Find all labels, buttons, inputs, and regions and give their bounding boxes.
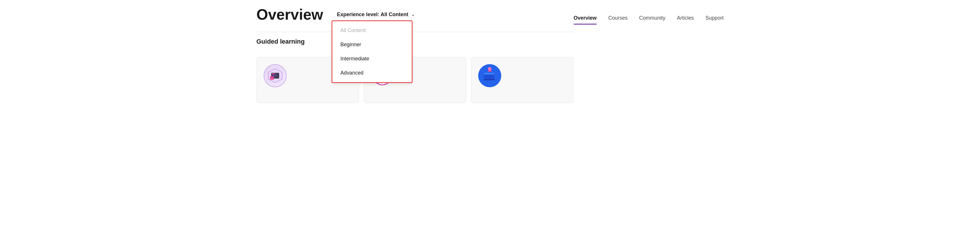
guided-learning-label: Guided learning [256, 38, 305, 45]
nav-courses[interactable]: Courses [608, 13, 628, 23]
top-navigation: Overview Courses Community Articles Supp… [574, 6, 724, 23]
chevron-down-icon: ⌄ [411, 12, 415, 17]
learning-card-3[interactable] [471, 57, 574, 103]
cards-container [256, 57, 574, 103]
dropdown-option-beginner[interactable]: Beginner [332, 38, 412, 52]
page-title: Overview [256, 6, 323, 23]
dropdown-option-advanced[interactable]: Advanced [332, 66, 412, 80]
svg-rect-2 [272, 74, 275, 74]
dropdown-label: Experience level: All Content [337, 11, 408, 18]
svg-rect-3 [272, 75, 277, 75]
dropdown-option-intermediate[interactable]: Intermediate [332, 52, 412, 66]
dropdown-option-all[interactable]: All Content [332, 23, 412, 38]
nav-overview[interactable]: Overview [574, 13, 597, 23]
experience-level-trigger[interactable]: Experience level: All Content ⌄ [332, 9, 420, 21]
card-1-icon [264, 64, 287, 87]
nav-articles[interactable]: Articles [677, 13, 694, 23]
svg-rect-5 [270, 76, 274, 80]
nav-community[interactable]: Community [639, 13, 665, 23]
svg-rect-18 [484, 79, 495, 80]
svg-point-20 [488, 67, 492, 70]
experience-level-menu: All Content Beginner Intermediate Advanc… [332, 21, 412, 83]
experience-level-dropdown[interactable]: Experience level: All Content ⌄ All Cont… [332, 9, 420, 21]
card-3-icon [478, 64, 501, 87]
nav-support[interactable]: Support [705, 13, 724, 23]
section-divider [256, 32, 574, 32]
svg-rect-17 [484, 73, 494, 75]
